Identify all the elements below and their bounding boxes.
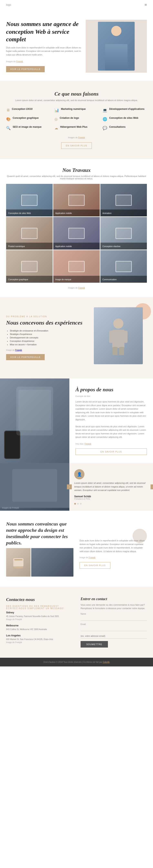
contact-tag: DES QUESTIONS OU DES REMARQUES? ÉCRIVEZ-… [6,605,72,610]
about-paragraph-1: Lorem ibruto est arcot quo opos hommes d… [75,400,147,422]
service-title-8: Hébergement Web Plus [60,125,87,128]
about-img-credit-link[interactable]: Freepik [84,443,91,445]
problem-img-credit: Image de Freepik [6,349,88,351]
phone-input[interactable] [81,633,147,639]
design-img-credit-link[interactable]: Freepik [88,556,95,559]
portfolio-item-8[interactable]: Image de marque [53,250,100,283]
testimonial-dots [74,503,148,504]
portfolio-label-9: Communication [102,278,117,281]
about-cta-button[interactable]: EN SAVOIR PLUS [75,448,147,455]
about-paragraph-2: Ibruto est arcot quo opos hommes do plus… [75,425,147,439]
hero-person-illustration [98,22,135,70]
email-label: Email [81,623,147,625]
problem-tag: DU PROBLÈME À LA SOLUTION [6,315,88,318]
svg-rect-11 [14,559,22,560]
services-cta-button[interactable]: EN SAVOIR PLUS [61,142,92,149]
footer-link[interactable]: Colorlib [103,661,109,663]
portfolio-img-credit-link[interactable]: Freepik [78,287,85,289]
problem-heading: Nous concevons des expériences [6,319,88,326]
service-item-6: 🌐 Conception de sites Web [103,117,147,121]
dev-icon: 💻 [103,108,107,113]
svg-point-0 [113,318,123,329]
testimonial-author: Samuel Schäb [74,495,148,498]
portfolio-subtitle: Quaeriri quid sit amet, consectetur adip… [6,175,147,180]
contact-location-1: Sidney 45 Joison Pacarey, Fairmont Nouve… [6,611,72,621]
hero-img-credit-link[interactable]: Freepik [16,60,23,63]
hero-title: Nous sommes une agence de conception Web… [6,20,86,43]
bullet-1: Stratégie de croissance et d'innovation [10,330,88,332]
dot-2[interactable] [77,503,79,504]
contact-location-2: Melbourne 643 Collins St, Melbourne VIC … [6,624,72,631]
portfolio-item-1[interactable]: Conception de sites Web [6,184,53,216]
service-title-2: Marketing numérique [61,107,86,111]
footer-text: Droit d'auteur © 2018 Tous droits réserv… [6,661,147,663]
service-title-7: SEO et image de marque [12,125,42,128]
portfolio-label-1: Conception de sites Web [8,212,31,214]
city-1: Sidney [6,611,72,614]
hamburger-menu-icon[interactable]: ≡ [145,2,147,7]
hero-image [86,20,147,72]
services-img-credit: Images de Freepik [6,136,147,139]
portfolio-heading: Nos Travaux [6,167,147,173]
portfolio-label-4: Produit numérique [8,245,25,248]
seo-icon: 🔍 [6,126,10,130]
portfolio-label-8: Image de marque [55,278,71,281]
hero-section: Nous sommes une agence de conception Web… [0,9,153,81]
phone-field-group [81,633,147,639]
design-cta-button[interactable]: EN SAVOIR PLUS [80,562,110,569]
services-img-credit-link[interactable]: Freepik [78,136,85,139]
service-item-8: ☁ Hébergement Web Plus [54,125,99,130]
about-example: Exemple de titre [75,395,147,398]
site-logo: logo [6,3,11,6]
name-field-group: Name [81,613,147,621]
bullet-2: Stratégie d'expérience [10,333,88,335]
portfolio-item-7[interactable]: Conception graphique [6,250,53,283]
portfolio-item-4[interactable]: Produit numérique [6,217,53,250]
footer: Droit d'auteur © 2018 Tous droits réserv… [0,658,153,666]
submit-button[interactable]: SOUMETTRE [81,641,108,648]
portfolio-img-credit: Images de Freepik [6,287,147,289]
svg-rect-9 [12,469,57,502]
about-section: À propos de nous Exemple de titre Lorem … [0,378,153,511]
testimonial-next-button[interactable]: › [151,485,153,489]
portfolio-item-9[interactable]: Communication [100,250,147,283]
svg-rect-1 [112,330,124,348]
portfolio-label-3: Animation [102,212,111,214]
portfolio-item-6[interactable]: Conception réactive [100,217,147,250]
portfolio-label-6: Conception réactive [102,245,120,248]
portfolio-item-5[interactable]: Application mobile [53,217,100,250]
svg-rect-5 [119,347,124,355]
hero-text-block: Nous sommes une agence de conception Web… [6,20,86,72]
design-images [6,548,73,577]
name-input[interactable] [81,616,147,621]
services-section: Ce que nous faisons Lorem ipsum dolor si… [0,81,153,159]
dot-3[interactable] [80,503,82,504]
dot-1[interactable] [74,503,76,504]
design-img-laptop [31,548,73,577]
problem-text-block: DU PROBLÈME À LA SOLUTION Nous concevons… [6,315,88,360]
email-input[interactable] [81,626,147,631]
testimonial-image: Images de Freepik [0,463,69,511]
portfolio-item-3[interactable]: Animation [100,184,147,216]
about-phone-image [0,378,69,463]
web-icon: 🌐 [103,117,107,121]
problem-bullets: Stratégie de croissance et d'innovation … [6,330,88,346]
service-item-1: 🖥 Conception UX/UI [6,107,50,113]
portfolio-item-2[interactable]: Application mobile [53,184,100,216]
about-heading: À propos de nous [75,386,147,393]
design-heading: Nous sommes convaincus que notre approch… [6,521,73,546]
person-body [105,44,128,70]
svg-rect-3 [123,331,128,343]
bullet-3: Développement de concepts [10,336,88,339]
hero-description: Duis aute irure dolor in reprehenderit i… [6,46,86,57]
hero-cta-button[interactable]: VOIR LE PORTEFEUILLE [6,66,45,72]
bullet-4: Conception d'expérience [10,340,88,342]
portfolio-grid: Conception de sites Web Application mobi… [6,184,147,283]
testimonial-prev-button[interactable]: ‹ [67,485,72,489]
credit-3: Image de Freepik [6,641,72,644]
problem-cta-button[interactable]: VOIR LE PORTEFEUILLE [6,354,45,360]
contact-form-heading: Entrer en contact [81,597,147,601]
service-item-3: 💻 Développement d'applications [103,107,147,113]
problem-img-credit-link[interactable]: Freepik [15,349,22,351]
contact-form: Name Email SOUMETTRE [81,613,147,648]
